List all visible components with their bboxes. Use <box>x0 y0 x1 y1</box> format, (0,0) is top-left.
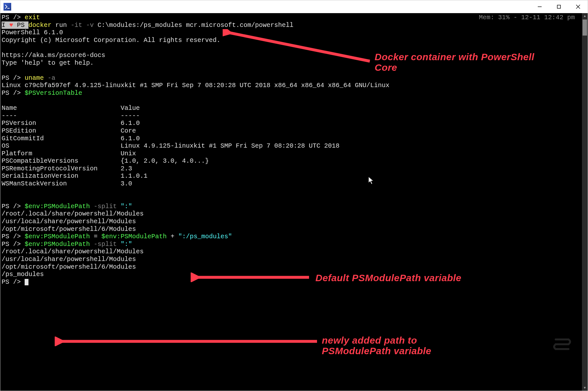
close-button[interactable] <box>568 0 588 13</box>
status-text: Mem: 31% - 12-11 12:42 pm <box>479 14 575 21</box>
terminal-window: PS /> exit I ♥ PS docker run -it -v C:\m… <box>0 0 588 391</box>
scroll-up-arrow[interactable]: ▲ <box>582 13 588 19</box>
maximize-button[interactable] <box>549 0 568 13</box>
scrollbar[interactable]: ▲ ▼ <box>582 13 588 391</box>
terminal-body: PS /> exit I ♥ PS docker run -it -v C:\m… <box>0 13 588 391</box>
powershell-icon <box>4 3 11 11</box>
svg-rect-1 <box>557 5 560 8</box>
titlebar[interactable] <box>0 0 588 13</box>
scroll-down-arrow[interactable]: ▼ <box>582 385 588 391</box>
minimize-button[interactable] <box>530 0 549 13</box>
titlebar-left <box>4 3 11 11</box>
terminal-output[interactable]: PS /> exit I ♥ PS docker run -it -v C:\m… <box>0 13 582 391</box>
window-controls <box>530 0 588 13</box>
scrollbar-thumb[interactable] <box>583 20 587 36</box>
